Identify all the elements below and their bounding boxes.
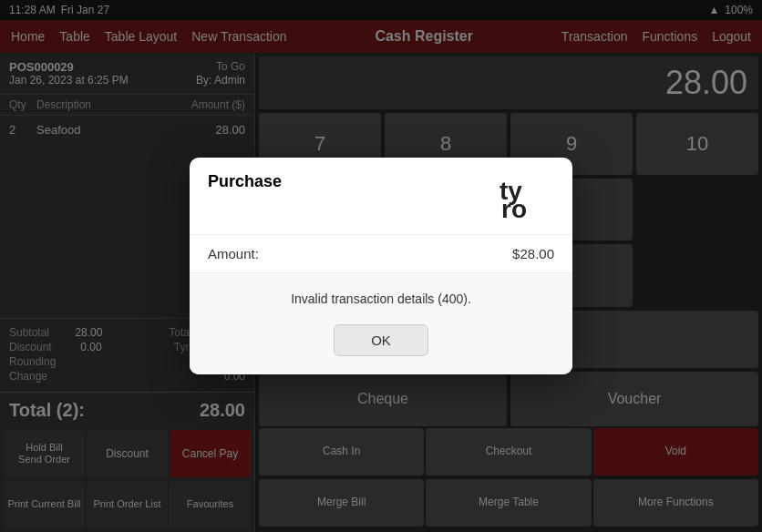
tyro-logo-svg: ty ro [499, 172, 554, 218]
modal-amount-label: Amount: [208, 246, 259, 261]
modal-title: Purchase [208, 172, 282, 191]
modal-overlay: Purchase ty ro Amount: $28.00 Invalid tr… [0, 0, 762, 532]
modal: Purchase ty ro Amount: $28.00 Invalid tr… [190, 158, 572, 373]
modal-header: Purchase ty ro [190, 158, 572, 234]
modal-amount-row: Amount: $28.00 [190, 235, 572, 273]
modal-amount-value: $28.00 [512, 246, 554, 261]
modal-error-message: Invalid transaction details (400). [208, 292, 554, 306]
modal-ok-button[interactable]: OK [334, 324, 428, 356]
svg-text:ro: ro [501, 195, 527, 218]
modal-inner: Invalid transaction details (400). OK [190, 273, 572, 374]
tyro-logo: ty ro [499, 172, 554, 224]
